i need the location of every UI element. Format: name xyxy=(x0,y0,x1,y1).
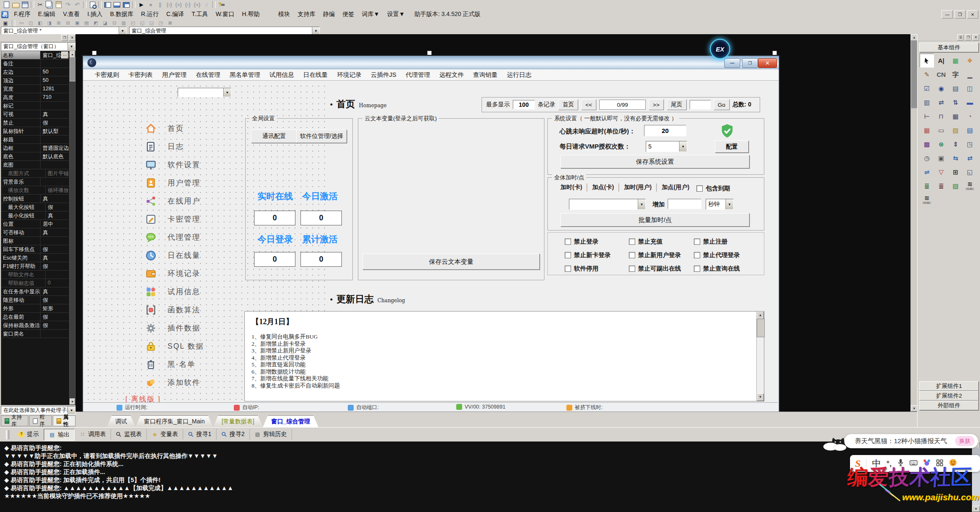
palette-section-basic[interactable]: 基本组件 xyxy=(919,43,979,52)
palette-component-icon[interactable]: ▁ xyxy=(963,68,977,81)
property-row[interactable]: 最小化按钮真 xyxy=(1,211,69,220)
property-row[interactable]: 宽度1281 xyxy=(1,85,69,93)
property-row[interactable]: F1键打开帮助假 xyxy=(1,262,69,271)
max-records-input[interactable] xyxy=(513,100,535,109)
bulk-apply-button[interactable]: 批量加时/点 xyxy=(560,213,750,227)
window-minimize-button[interactable]: — xyxy=(942,10,953,19)
find-in-file-icon[interactable] xyxy=(88,1,97,8)
stat-value-box[interactable]: 0 xyxy=(254,252,295,267)
palette-component-icon[interactable]: ▧ xyxy=(948,179,963,193)
sidebar-item-4[interactable]: 在线用户 xyxy=(145,194,200,208)
restriction-checkbox[interactable]: 禁止可踢出在线 xyxy=(629,265,681,273)
property-row[interactable]: 标记 xyxy=(1,102,69,110)
next-page-button[interactable]: >> xyxy=(649,99,664,110)
sogou-logo-icon[interactable]: S xyxy=(855,458,861,469)
sidebar-item-11[interactable]: 插件数据 xyxy=(145,321,200,335)
restriction-checkbox[interactable]: 禁止代理登录 xyxy=(694,251,740,259)
document-tab[interactable]: 窗口程序集_窗口_Main xyxy=(135,415,213,427)
property-row[interactable]: 左边50 xyxy=(1,68,69,76)
sidebar-item-13[interactable]: 黑·名单 xyxy=(145,358,195,371)
sidebar-item-0[interactable]: 首页 xyxy=(145,122,184,135)
property-row[interactable]: 标题 xyxy=(1,135,69,144)
palette-component-icon[interactable]: ≣ xyxy=(920,179,934,193)
redo-icon[interactable]: ↷ xyxy=(63,1,73,8)
tab-program[interactable]: 程序 xyxy=(29,415,52,426)
chevron-down-icon[interactable]: ▼ xyxy=(726,199,733,209)
palette-component-icon[interactable]: ▭ xyxy=(934,123,948,137)
open-file-icon[interactable] xyxy=(11,1,20,8)
panel-menu-icon[interactable]: ☰ xyxy=(957,34,964,41)
output-tab-输出[interactable]: ▤输出 xyxy=(44,429,75,441)
bulk-tab[interactable]: 加点(卡) xyxy=(592,184,614,191)
paste-icon[interactable] xyxy=(54,1,63,8)
restriction-checkbox[interactable]: 禁止查询在线 xyxy=(694,265,740,273)
align-icon[interactable]: ⊠ xyxy=(166,20,174,26)
palette-component-icon[interactable]: CN xyxy=(934,68,948,81)
property-row[interactable]: 边框普通固定边框 xyxy=(1,144,69,152)
sidebar-item-3[interactable]: 用户管理 xyxy=(145,176,200,190)
document-tab[interactable]: 窗口_综合管理 xyxy=(263,415,319,427)
ime-toolbar[interactable]: S 中 °‚ xyxy=(850,455,980,472)
panel-close-icon[interactable]: ✕ xyxy=(972,34,979,41)
menu-item[interactable]: 支持库 xyxy=(294,10,319,19)
align-icon[interactable]: ◪ xyxy=(101,20,109,26)
property-row[interactable]: 底图 xyxy=(1,161,69,169)
selection-handle[interactable] xyxy=(772,51,777,55)
menu-item[interactable]: H.帮助 xyxy=(238,10,263,19)
chevron-down-icon[interactable]: ▼ xyxy=(312,27,319,35)
form-maximize-button[interactable]: ❐ xyxy=(742,58,758,68)
menu-item[interactable]: C.编译 xyxy=(162,10,188,19)
form-menu-item[interactable]: 运行日志 xyxy=(502,71,536,79)
debug-run-to-icon[interactable]: {«} xyxy=(192,1,202,8)
align-icon[interactable]: ◩ xyxy=(92,20,100,26)
sidebar-item-10[interactable]: 函数算法 xyxy=(145,303,200,317)
palette-component-icon[interactable]: ⇅ xyxy=(948,95,963,109)
apps-grid-icon[interactable] xyxy=(936,459,943,468)
debug-pause-icon[interactable]: ∥ xyxy=(155,1,165,8)
skin-change-button[interactable]: 换肤 xyxy=(955,436,975,446)
scroll-down-icon[interactable]: ▼ xyxy=(70,398,75,405)
property-row[interactable]: 鼠标指针默认型 xyxy=(1,127,69,135)
palette-component-icon[interactable]: ⇄ xyxy=(934,95,948,109)
align-icon[interactable]: ⊟ xyxy=(64,20,72,26)
stop-icon[interactable]: ■ xyxy=(146,1,155,8)
menu-item[interactable]: T.工具 xyxy=(188,10,212,19)
property-row[interactable]: 播放次数循环播放 xyxy=(1,186,69,195)
form-menu-item[interactable]: 环境记录 xyxy=(333,71,366,79)
palette-component-icon[interactable]: ≋ODBC xyxy=(963,179,977,193)
undo-icon[interactable]: ↶ xyxy=(73,1,82,8)
event-handler-combo[interactable]: 在此处选择加入事件处理子程序 ▼ xyxy=(1,406,76,414)
menu-item[interactable]: I.插入 xyxy=(84,10,106,19)
ime-mode-chinese[interactable]: 中 xyxy=(872,458,881,469)
scrollbar-thumb[interactable] xyxy=(70,57,76,81)
chevron-down-icon[interactable]: ▼ xyxy=(223,88,231,97)
align-icon[interactable]: ▭ xyxy=(17,20,26,26)
palette-section-ext1[interactable]: 扩展组件1 xyxy=(919,381,979,391)
property-row[interactable]: 可视真 xyxy=(1,110,69,119)
scroll-up-icon[interactable]: ▲ xyxy=(911,34,918,41)
align-icon[interactable]: ◧ xyxy=(36,20,44,26)
align-icon[interactable]: ◫ xyxy=(27,20,35,26)
chevron-down-icon[interactable]: ▼ xyxy=(119,27,126,35)
palette-component-icon[interactable]: ☑ xyxy=(920,81,934,95)
palette-component-icon[interactable]: ▤ xyxy=(948,81,963,95)
copy-icon[interactable] xyxy=(45,1,54,8)
palette-component-icon[interactable]: ▽ xyxy=(934,165,948,179)
palette-component-icon[interactable]: ⇕ xyxy=(948,137,963,151)
palette-component-icon[interactable]: ✎ xyxy=(920,68,934,81)
align-icon[interactable]: ⊡ xyxy=(110,20,119,26)
form-menu-item[interactable]: 查询销量 xyxy=(468,71,502,79)
property-row[interactable]: 随意移动假 xyxy=(1,296,69,304)
palette-component-icon[interactable]: ▨ xyxy=(948,123,963,137)
selection-handle[interactable] xyxy=(427,51,432,55)
bulk-target-combo[interactable]: ▼ xyxy=(569,199,646,210)
palette-component-icon[interactable]: ▬ xyxy=(963,95,977,109)
align-icon[interactable]: ◲ xyxy=(147,20,156,26)
help-search-icon[interactable]: ?∞ xyxy=(217,1,226,8)
debug-step-over-icon[interactable]: {»} xyxy=(174,1,183,8)
form-menu-item[interactable]: 日在线量 xyxy=(299,71,333,79)
panel-restore-icon[interactable]: ❐ xyxy=(61,35,68,41)
ellipsis-button[interactable]: … xyxy=(61,51,68,59)
output-tab-变量表[interactable]: ◈变量表 xyxy=(147,429,183,440)
new-file-icon[interactable] xyxy=(2,1,11,8)
